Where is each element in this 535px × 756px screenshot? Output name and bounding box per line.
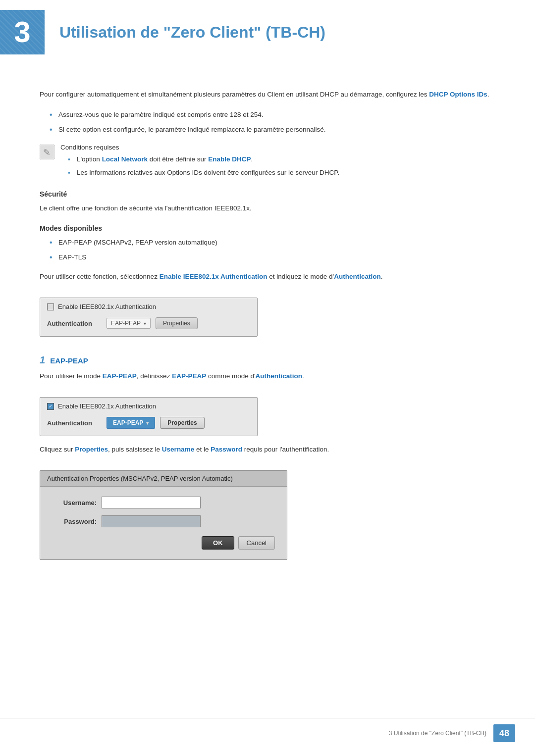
- auth-label-2: Authentication: [47, 419, 102, 427]
- ui-box-title-1: Enable IEEE802.1x Authentication: [58, 303, 156, 310]
- ui-box-unchecked: Enable IEEE802.1x Authentication Authent…: [40, 298, 258, 337]
- page-footer: 3 Utilisation de "Zero Client" (TB-CH) 4…: [0, 718, 535, 742]
- bullet-item-1: Assurez-vous que le paramètre indiqué es…: [50, 109, 495, 120]
- page-header: 3 Utilisation de "Zero Client" (TB-CH): [0, 0, 535, 64]
- step-1-body: Pour utiliser le mode EAP-PEAP, définiss…: [40, 371, 495, 382]
- ui-row-2: Authentication EAP-PEAP ▾ Properties: [47, 415, 250, 431]
- note-title: Conditions requises: [60, 144, 495, 151]
- chapter-number: 3: [14, 17, 30, 47]
- note-content: Conditions requises L'option Local Netwo…: [60, 144, 495, 180]
- step-1-number: 1: [40, 354, 45, 366]
- note-sub-list: L'option Local Network doit être définie…: [60, 154, 495, 178]
- ui-row-1: Authentication EAP-PEAP ▾ Properties: [47, 315, 250, 331]
- ui-box-header-2: ✓ Enable IEEE802.1x Authentication: [47, 403, 250, 410]
- auth-properties-dialog: Authentication Properties (MSCHAPv2, PEA…: [40, 470, 287, 560]
- enable-auth-link[interactable]: Enable IEEE802.1x Authentication: [160, 273, 268, 280]
- security-body: Le client offre une fonction de sécurité…: [40, 203, 495, 214]
- dropdown-arrow-2: ▾: [146, 420, 149, 426]
- ui-box-header-1: Enable IEEE802.1x Authentication: [47, 303, 250, 310]
- main-content: Pour configurer automatiquement et simul…: [0, 74, 535, 609]
- modes-heading: Modes disponibles: [40, 224, 495, 232]
- step-1-title: EAP-PEAP: [50, 356, 88, 365]
- password-label: Password:: [52, 518, 97, 525]
- username-label: Username:: [52, 499, 97, 506]
- footer-text: 3 Utilisation de "Zero Client" (TB-CH): [389, 730, 486, 737]
- svg-text:✎: ✎: [43, 148, 51, 157]
- username-row: Username:: [52, 497, 275, 508]
- note-sub-item-2: Les informations relatives aux Options I…: [68, 167, 495, 178]
- enable-auth-checkbox-checked[interactable]: ✓: [47, 403, 54, 410]
- dialog-body: Username: Password: OK Cancel: [40, 487, 287, 559]
- password-input[interactable]: [102, 515, 201, 527]
- auth-label-1: Authentication: [47, 320, 102, 327]
- chapter-number-box: 3: [0, 10, 45, 54]
- intro-sentence: Pour utiliser cette fonction, sélectionn…: [40, 271, 495, 283]
- enable-auth-checkbox-unchecked[interactable]: [47, 303, 54, 310]
- properties-button-2[interactable]: Properties: [160, 417, 204, 429]
- dialog-title-bar: Authentication Properties (MSCHAPv2, PEA…: [40, 471, 287, 487]
- dialog-buttons: OK Cancel: [52, 536, 275, 550]
- dhcp-options-link[interactable]: DHCP Options IDs: [429, 91, 487, 98]
- username-input[interactable]: [102, 497, 201, 508]
- dropdown-1[interactable]: EAP-PEAP ▾: [107, 318, 151, 329]
- chapter-title: Utilisation de "Zero Client" (TB-CH): [59, 23, 325, 42]
- auth-link[interactable]: Authentication: [334, 273, 381, 280]
- intro-paragraph: Pour configurer automatiquement et simul…: [40, 89, 495, 101]
- ui-box-title-2: Enable IEEE802.1x Authentication: [58, 403, 156, 410]
- note-sub-item-1: L'option Local Network doit être définie…: [68, 154, 495, 165]
- ui-box-checked: ✓ Enable IEEE802.1x Authentication Authe…: [40, 397, 258, 436]
- security-heading: Sécurité: [40, 190, 495, 198]
- properties-note: Cliquez sur Properties, puis saisissez l…: [40, 444, 495, 455]
- properties-button-1[interactable]: Properties: [156, 317, 198, 329]
- bullet-item-2: Si cette option est configurée, le param…: [50, 124, 495, 135]
- ok-button[interactable]: OK: [202, 536, 234, 550]
- step-1-heading: 1 EAP-PEAP: [40, 354, 495, 366]
- modes-list: EAP-PEAP (MSCHAPv2, PEAP version automat…: [40, 237, 495, 262]
- mode-2: EAP-TLS: [50, 252, 495, 263]
- mode-1: EAP-PEAP (MSCHAPv2, PEAP version automat…: [50, 237, 495, 248]
- note-box: ✎ Conditions requises L'option Local Net…: [40, 144, 495, 180]
- dialog-title: Authentication Properties (MSCHAPv2, PEA…: [47, 475, 233, 482]
- password-row: Password:: [52, 515, 275, 527]
- cancel-button[interactable]: Cancel: [238, 536, 275, 550]
- page-number: 48: [493, 724, 515, 742]
- intro-bullet-list: Assurez-vous que le paramètre indiqué es…: [40, 109, 495, 135]
- dropdown-arrow-1: ▾: [144, 321, 146, 326]
- note-icon: ✎: [40, 145, 54, 159]
- dropdown-2-active[interactable]: EAP-PEAP ▾: [107, 417, 155, 429]
